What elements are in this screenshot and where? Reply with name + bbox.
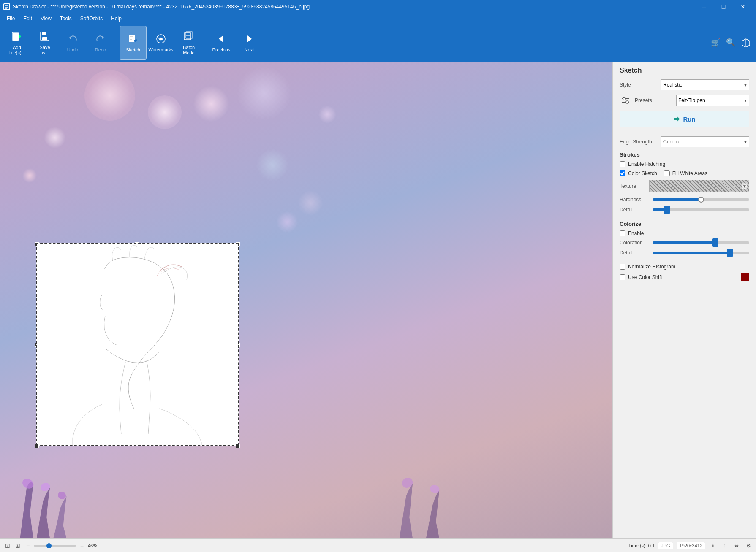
- detail-thumb[interactable]: [664, 206, 670, 214]
- colorize-enable-label[interactable]: Enable: [628, 230, 644, 236]
- zoom-out-button[interactable]: −: [24, 541, 32, 550]
- app-icon: [3, 3, 10, 10]
- dimensions-badge: 1920x3412: [677, 542, 705, 549]
- detail2-thumb[interactable]: [727, 249, 733, 257]
- title-bar: Sketch Drawer - ****Unregistered version…: [0, 0, 756, 14]
- menu-tools[interactable]: Tools: [57, 15, 75, 22]
- menu-edit[interactable]: Edit: [20, 15, 35, 22]
- sketch-section: Sketch Style Realistic Cartoon Classic ▼: [613, 62, 756, 290]
- use-color-shift-checkbox[interactable]: [620, 274, 625, 280]
- texture-select-wrapper[interactable]: ▼: [649, 180, 749, 192]
- detail-slider[interactable]: [653, 208, 749, 211]
- normalize-histogram-label[interactable]: Normalize Histogram: [628, 264, 675, 270]
- colorize-subtitle: Colorize: [620, 221, 749, 227]
- window-controls: ─ □ ✕: [694, 0, 753, 14]
- sketch-button[interactable]: Sketch: [120, 26, 147, 60]
- enable-hatching-label[interactable]: Enable Hatching: [628, 161, 665, 167]
- redo-button[interactable]: Redo: [87, 26, 114, 60]
- info-button[interactable]: ℹ: [709, 541, 717, 550]
- batch-mode-button[interactable]: Batch Mode: [175, 26, 202, 60]
- time-label: Time (s):: [628, 543, 647, 548]
- svg-rect-19: [184, 33, 191, 40]
- presets-select-wrapper: Felt-Tip pen Pencil Charcoal Ink ▼: [676, 95, 749, 106]
- color-sketch-checkbox[interactable]: [620, 170, 625, 176]
- undo-button[interactable]: Undo: [59, 26, 86, 60]
- save-as-icon: [38, 30, 52, 43]
- detail-label: Detail: [620, 207, 649, 213]
- close-button[interactable]: ✕: [733, 0, 753, 14]
- add-files-label: Add File(s)...: [8, 45, 25, 56]
- texture-label: Texture: [620, 183, 649, 189]
- presets-row: Presets Felt-Tip pen Pencil Charcoal Ink…: [620, 95, 749, 106]
- color-shift-swatch[interactable]: [741, 273, 749, 281]
- svg-point-27: [21, 478, 35, 489]
- share-button[interactable]: ↑: [721, 541, 729, 550]
- watermarks-button[interactable]: Watermarks: [147, 26, 174, 60]
- presets-select[interactable]: Felt-Tip pen Pencil Charcoal Ink: [676, 95, 749, 106]
- style-select[interactable]: Realistic Cartoon Classic: [661, 79, 749, 90]
- divider-2: [620, 217, 749, 217]
- selection-handle-bl[interactable]: [35, 444, 39, 448]
- svg-point-29: [57, 492, 66, 500]
- zoom-actual-button[interactable]: ⊞: [14, 541, 22, 550]
- run-arrow-icon: ➡: [673, 114, 680, 124]
- sketch-canvas: [36, 243, 239, 446]
- svg-rect-13: [129, 35, 135, 42]
- zoom-slider[interactable]: [34, 545, 76, 547]
- minimize-button[interactable]: ─: [694, 0, 714, 14]
- texture-preview[interactable]: ▼: [649, 180, 749, 192]
- selection-handle-br[interactable]: [236, 444, 240, 448]
- time-display: Time (s): 0.1: [628, 543, 655, 548]
- toolbar-separator-2: [205, 30, 205, 55]
- enable-hatching-checkbox[interactable]: [620, 161, 625, 167]
- menu-help[interactable]: Help: [108, 15, 125, 22]
- compare-button[interactable]: ⇔: [732, 541, 741, 550]
- divider-1: [620, 133, 749, 133]
- presets-icon: [620, 95, 631, 106]
- maximize-button[interactable]: □: [714, 0, 733, 14]
- sketch-label: Sketch: [126, 47, 140, 53]
- fill-white-areas-checkbox[interactable]: [664, 170, 670, 176]
- texture-row: Texture ▼: [620, 180, 749, 192]
- zoom-in-button[interactable]: +: [78, 541, 86, 550]
- svg-marker-23: [219, 35, 223, 42]
- toolbar-separator-1: [117, 30, 117, 55]
- menu-softorbits[interactable]: SoftOrbits: [77, 15, 106, 22]
- 3d-icon[interactable]: [739, 36, 753, 49]
- run-button[interactable]: ➡ Run: [620, 111, 749, 127]
- zoom-thumb[interactable]: [46, 543, 52, 548]
- zoom-controls: ⊡ ⊞ − + 46%: [3, 541, 97, 550]
- cart-icon[interactable]: 🛒: [709, 36, 722, 49]
- menu-view[interactable]: View: [37, 15, 55, 22]
- divider-3: [620, 260, 749, 260]
- previous-label: Previous: [212, 47, 231, 53]
- hardness-thumb[interactable]: [698, 197, 704, 203]
- normalize-histogram-checkbox[interactable]: [620, 264, 625, 270]
- style-row: Style Realistic Cartoon Classic ▼: [620, 79, 749, 90]
- color-sketch-label[interactable]: Color Sketch: [628, 170, 657, 176]
- add-files-button[interactable]: Add File(s)...: [3, 26, 30, 60]
- save-as-button[interactable]: Save as...: [31, 26, 58, 60]
- previous-button[interactable]: Previous: [208, 26, 235, 60]
- use-color-shift-label[interactable]: Use Color Shift: [628, 274, 662, 280]
- coloration-thumb[interactable]: [712, 238, 718, 247]
- menu-file[interactable]: File: [3, 15, 18, 22]
- coloration-slider[interactable]: [653, 241, 749, 244]
- style-select-wrapper: Realistic Cartoon Classic ▼: [661, 79, 749, 90]
- next-button[interactable]: Next: [236, 26, 263, 60]
- detail2-slider[interactable]: [653, 252, 749, 254]
- edge-strength-label: Edge Strength: [620, 139, 658, 145]
- canvas-area[interactable]: [0, 62, 612, 538]
- hardness-slider[interactable]: [653, 198, 749, 201]
- toolbar: Add File(s)... Save as... Undo Redo Sket…: [0, 24, 756, 62]
- style-label: Style: [620, 82, 658, 88]
- edge-strength-select[interactable]: Contour Soft Hard: [661, 136, 749, 147]
- zoom-fit-button[interactable]: ⊡: [3, 541, 12, 550]
- settings-button[interactable]: ⚙: [744, 541, 753, 550]
- search-icon[interactable]: 🔍: [724, 36, 737, 49]
- status-bar: ⊡ ⊞ − + 46% Time (s): 0.1 JPG 1920x3412 …: [0, 538, 756, 552]
- colorize-enable-checkbox[interactable]: [620, 230, 625, 236]
- strokes-subtitle: Strokes: [620, 152, 749, 158]
- detail-row: Detail: [620, 207, 749, 213]
- fill-white-areas-label[interactable]: Fill White Areas: [672, 170, 707, 176]
